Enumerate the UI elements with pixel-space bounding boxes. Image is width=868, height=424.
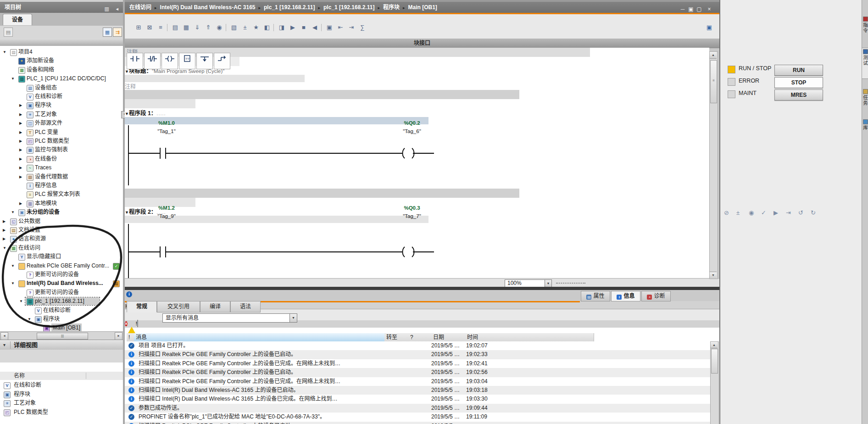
warning-filter-icon[interactable] bbox=[128, 320, 136, 334]
tree-item[interactable]: ▣Main [OB1] bbox=[0, 324, 123, 331]
tree-item[interactable]: ▶▥本地模块 bbox=[0, 199, 123, 208]
breakpoint-tool-icon[interactable]: ⇥ bbox=[786, 209, 791, 216]
tree-item[interactable]: ▼▣未分组的设备 bbox=[0, 208, 123, 217]
coil-tag[interactable]: "Tag_7" bbox=[384, 213, 440, 219]
open-branch-icon[interactable] bbox=[196, 53, 213, 69]
task-card-tab-测试[interactable]: 测试 bbox=[862, 48, 868, 79]
message-row[interactable]: i扫描接口 Realtek PCIe GBE Family Controller… bbox=[125, 422, 710, 424]
breadcrumb-segment[interactable]: plc_1 [192.168.2.11] bbox=[264, 4, 315, 11]
grid-view-icon[interactable]: ▦ bbox=[103, 28, 112, 37]
next-error-icon[interactable]: ⇤ bbox=[336, 23, 345, 32]
expand-networks-icon[interactable]: ▧ bbox=[229, 23, 239, 32]
expander-icon[interactable]: ▼ bbox=[11, 262, 15, 270]
message-row[interactable]: ✓参数已成功传送。2019/5/5 …19:09:44 bbox=[125, 404, 710, 413]
tree-item[interactable]: V在线和诊断 bbox=[0, 306, 123, 315]
tab-devices[interactable]: 设备 bbox=[3, 14, 32, 25]
favorites-star-icon[interactable]: ◧ bbox=[262, 23, 272, 32]
coil-icon[interactable] bbox=[161, 53, 178, 69]
insert-network-icon[interactable]: ⊞ bbox=[134, 23, 143, 32]
contact-tag[interactable]: "Tag_9" bbox=[139, 213, 194, 219]
list-item[interactable]: V在线和诊断 bbox=[0, 381, 123, 390]
error-filter-icon[interactable]: × bbox=[125, 321, 128, 326]
tab-语法[interactable]: 语法 bbox=[230, 301, 261, 312]
column-header-date[interactable]: 日期 bbox=[431, 333, 467, 341]
expander-icon[interactable]: ▶ bbox=[3, 217, 6, 226]
expander-icon[interactable]: ▶ bbox=[19, 163, 22, 172]
cpu-button-stop[interactable]: STOP bbox=[774, 77, 823, 88]
message-row[interactable]: ✓PROFINET 设备名称"plc_1"已成功分配给 MAC 地址"E0-DC… bbox=[125, 413, 710, 421]
expander-icon[interactable]: ▼ bbox=[3, 48, 6, 56]
cpu-button-mres[interactable]: MRES bbox=[774, 89, 823, 100]
tree-horizontal-scrollbar[interactable]: ◂ ▸ ||| bbox=[0, 331, 123, 340]
expander-icon[interactable]: ▶ bbox=[19, 119, 22, 128]
chevron-down-icon[interactable]: ▼ bbox=[545, 280, 551, 287]
breakpoint-tool-icon[interactable]: ▶ bbox=[773, 209, 778, 216]
scrollbar-handle[interactable]: ≡ bbox=[710, 60, 717, 103]
zoom-dropdown[interactable]: 100% ▼ bbox=[505, 279, 552, 287]
breakpoint-tool-icon[interactable]: ◉ bbox=[749, 209, 754, 216]
tree-item[interactable]: ▼Intel(R) Dual Band Wireless...▦ bbox=[0, 279, 123, 288]
cross-references-icon[interactable]: ⇥ bbox=[347, 23, 356, 32]
tree-item[interactable]: ▶▦监控与强制表 bbox=[0, 145, 123, 154]
expander-icon[interactable]: ▶ bbox=[19, 137, 22, 145]
download-icon[interactable]: ⇓ bbox=[193, 23, 202, 32]
zoom-slider[interactable] bbox=[556, 283, 585, 284]
tree-item[interactable]: ▼▥PLC_1 [CPU 1214C DC/DC/DC] bbox=[0, 74, 123, 83]
network-title-hint[interactable]: ..... bbox=[156, 111, 166, 116]
expander-icon[interactable]: ▶ bbox=[19, 173, 22, 181]
inspector-scrollbar[interactable]: ▲ bbox=[710, 341, 719, 424]
coil-address[interactable]: %Q0.2 bbox=[384, 120, 440, 126]
breakpoint-tool-icon[interactable]: ± bbox=[736, 209, 740, 216]
absolute-operands-icon[interactable]: ★ bbox=[251, 23, 261, 32]
cpu-button-run[interactable]: RUN bbox=[774, 65, 823, 76]
close-branch-icon[interactable] bbox=[214, 53, 230, 69]
expander-icon[interactable]: ▶ bbox=[3, 226, 6, 234]
message-filter-dropdown[interactable]: 显示所有消息▼ bbox=[162, 313, 297, 323]
message-row[interactable]: i扫描接口 Realtek PCIe GBE Family Controller… bbox=[125, 359, 710, 368]
task-card-tab-任务[interactable]: 任务 bbox=[862, 88, 868, 116]
editor-vertical-scrollbar[interactable]: ▲ ≡ ▼ bbox=[709, 51, 718, 279]
go-offline-icon[interactable]: ▶ bbox=[288, 23, 297, 32]
tab-信息[interactable]: i信息 bbox=[611, 291, 640, 301]
expander-icon[interactable]: ▶ bbox=[19, 128, 22, 137]
scroll-up-icon[interactable]: ▲ bbox=[710, 52, 717, 59]
settings-icon[interactable]: ∑ bbox=[358, 23, 367, 32]
expander-icon[interactable]: ▶ bbox=[19, 199, 22, 208]
empty-box-icon[interactable]: ?? bbox=[179, 53, 195, 69]
refresh-icon[interactable]: ⇉ bbox=[113, 28, 122, 37]
expander-icon[interactable]: ▼ bbox=[11, 279, 15, 288]
task-card-tab-指令[interactable]: 指令 bbox=[862, 16, 868, 46]
scrollbar-handle[interactable]: ||| bbox=[37, 333, 88, 340]
scroll-up-icon[interactable]: ▲ bbox=[711, 342, 718, 348]
list-item[interactable]: ◰PLC 数据类型 bbox=[0, 408, 123, 417]
tree-item[interactable]: ▶▣程序块 bbox=[0, 101, 123, 110]
tree-item[interactable]: ▶▧设备代理数据 bbox=[0, 173, 123, 181]
message-row[interactable]: i扫描接口 Realtek PCIe GBE Family Controller… bbox=[125, 350, 710, 359]
expander-icon[interactable]: ▶ bbox=[19, 110, 22, 119]
tree-item[interactable]: ▼▤项目4 bbox=[0, 48, 123, 56]
go-online-icon[interactable]: ◨ bbox=[277, 23, 286, 32]
breadcrumb-segment[interactable]: 在线访问 bbox=[129, 4, 151, 11]
expander-icon[interactable]: ▼ bbox=[11, 74, 15, 83]
tree-item[interactable]: ?更新可访问的设备 bbox=[0, 270, 123, 279]
tree-item[interactable]: ▦设备和网络 bbox=[0, 66, 123, 74]
coil-address[interactable]: %Q0.3 bbox=[384, 205, 440, 211]
tree-item[interactable]: ▶◫外部源文件 bbox=[0, 119, 123, 128]
list-item[interactable]: ▣程序块 bbox=[0, 390, 123, 399]
tree-item[interactable]: ▼Realtek PCIe GBE Family Contr...✓ bbox=[0, 262, 123, 270]
breadcrumb-segment[interactable]: Main [OB1] bbox=[408, 4, 437, 11]
breadcrumb-segment[interactable]: Intel(R) Dual Band Wireless-AC 3165 bbox=[160, 4, 256, 11]
insert-window-icon[interactable]: ▣ bbox=[705, 23, 714, 32]
message-row[interactable]: i扫描接口 Realtek PCIe GBE Family Controller… bbox=[125, 377, 710, 386]
tree-item[interactable]: ▼▥plc_1 [192.168.2.11] bbox=[0, 297, 123, 306]
detail-view-header[interactable]: ▾ 详细视图 bbox=[0, 340, 123, 351]
column-header-time[interactable]: 时间 bbox=[465, 333, 539, 341]
contact-address[interactable]: %M1.2 bbox=[139, 205, 194, 211]
nc-contact-icon[interactable] bbox=[144, 53, 161, 69]
upload-icon[interactable]: ⇑ bbox=[204, 23, 213, 32]
coil-tag[interactable]: "Tag_6" bbox=[384, 128, 440, 134]
new-item-icon[interactable]: ▤ bbox=[4, 28, 13, 37]
block-comment-bar[interactable] bbox=[125, 75, 305, 82]
tree-item[interactable]: ▶●语言和资源 bbox=[0, 234, 123, 243]
tree-item[interactable]: ▶◑在线备份 bbox=[0, 155, 123, 163]
